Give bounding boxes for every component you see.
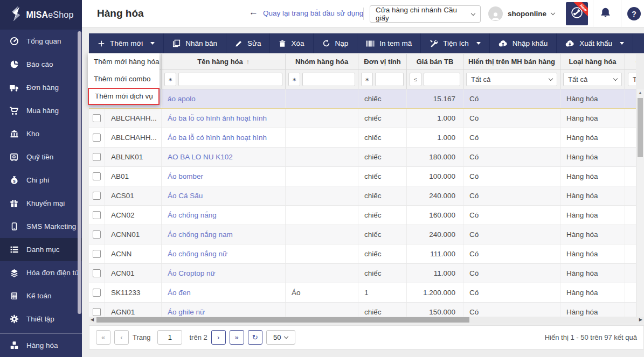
row-checkbox[interactable] bbox=[93, 289, 101, 297]
filter-operator-button[interactable]: ∗ bbox=[164, 73, 176, 86]
menu-item-them-moi-combo[interactable]: Thêm mới combo bbox=[88, 71, 160, 88]
filter-input[interactable] bbox=[178, 73, 282, 86]
toolbar-button-tien-ich[interactable]: Tiện ích bbox=[421, 33, 490, 53]
table-row[interactable]: ACS01Áo Cá Sấuchiếc240.000CóHàng hóa bbox=[89, 186, 636, 206]
product-name-link[interactable]: Áo Cá Sấu bbox=[162, 186, 286, 205]
page-size-select[interactable]: 50 bbox=[266, 330, 295, 345]
column-header-hien-thi-tren-mh-ban-hang[interactable]: Hiển thị trên MH bán hàng bbox=[463, 54, 560, 69]
sidebar-item-tong-quan[interactable]: Tổng quan bbox=[0, 30, 82, 53]
sidebar-item-danh-muc[interactable]: Danh mục bbox=[0, 238, 82, 261]
product-name-link[interactable]: Áo Croptop nữ bbox=[162, 264, 286, 283]
user-menu[interactable]: shoponline bbox=[488, 6, 555, 21]
sidebar-item-hang-hoa[interactable]: Hàng hóa bbox=[0, 334, 82, 357]
product-name-link[interactable]: AO BA LO NU K102 bbox=[162, 148, 286, 166]
sidebar-scrollbar[interactable] bbox=[78, 31, 81, 314]
menu-item-them-moi-dich-vu[interactable]: Thêm mới dịch vụ bbox=[88, 88, 160, 105]
column-header-don-vi-tinh[interactable]: Đơn vị tính bbox=[358, 54, 407, 69]
sidebar-item-kho[interactable]: Kho bbox=[0, 122, 82, 145]
scroll-up-icon[interactable]: ▲ bbox=[636, 90, 644, 95]
toolbar-button-xuat-khau[interactable]: Xuất khẩu bbox=[557, 33, 633, 53]
filter-operator-button[interactable]: ∗ bbox=[288, 73, 300, 86]
sidebar-item-thiet-lap[interactable]: Thiết lập bbox=[0, 307, 82, 331]
toolbar-button-in-tem-ma[interactable]: In tem mã bbox=[357, 33, 421, 53]
product-name-link[interactable]: Áo ba lỗ có hình ảnh hoạt hình bbox=[162, 128, 286, 147]
row-checkbox[interactable] bbox=[93, 134, 101, 142]
row-checkbox[interactable] bbox=[93, 250, 101, 258]
toolbar-button-nhap-khau[interactable]: Nhập khẩu bbox=[490, 33, 557, 53]
filter-operator-button[interactable]: ∗ bbox=[361, 73, 373, 86]
prev-page-button[interactable]: ‹ bbox=[114, 330, 129, 345]
sidebar-item-bao-cao[interactable]: Báo cáo bbox=[0, 53, 82, 76]
row-checkbox[interactable] bbox=[93, 172, 101, 180]
store-selector[interactable]: Cửa hàng chi nhánh Cầu giấy bbox=[370, 5, 481, 23]
product-name-link[interactable]: Áo ba lỗ có hình ảnh hoạt hình bbox=[162, 109, 286, 128]
sort-asc-icon[interactable]: ↑ bbox=[246, 58, 250, 66]
table-row[interactable]: AB01Áo bomberchiếc100.000CóHàng hóa bbox=[89, 167, 636, 186]
table-row[interactable]: ABLCHAHH...Áo ba lỗ có hình ảnh hoạt hìn… bbox=[89, 128, 636, 148]
menu-item-them-moi-hang-hoa[interactable]: Thêm mới hàng hóa bbox=[88, 53, 160, 71]
table-row[interactable]: ACNN01Áo chống nắng namchiếc240.000CóHàn… bbox=[89, 225, 636, 244]
sidebar-item-mua-hang[interactable]: Mua hàng bbox=[0, 99, 82, 122]
column-header-nhom-hang-hoa[interactable]: Nhóm hàng hóa bbox=[286, 54, 358, 69]
column-header-loai-hang-hoa[interactable]: Loại hàng hóa bbox=[560, 54, 625, 69]
product-name-link[interactable]: áo apolo bbox=[162, 89, 286, 108]
filter-input[interactable] bbox=[375, 73, 404, 86]
back-to-start-link[interactable]: Quay lại trang bắt đầu sử dụng bbox=[263, 9, 363, 17]
scroll-right-icon[interactable]: ▶ bbox=[639, 317, 642, 322]
hotline-button[interactable]: New bbox=[566, 2, 588, 25]
row-checkbox[interactable] bbox=[93, 211, 101, 219]
sidebar-item-khuyen-mai[interactable]: Khuyến mại bbox=[0, 192, 82, 215]
product-name-link[interactable]: Áo đen bbox=[162, 283, 286, 302]
toolbar-button-nap[interactable]: Nạp bbox=[314, 33, 358, 53]
table-row[interactable]: ACN01Áo Croptop nữchiếc11.000CóHàng hóa bbox=[89, 264, 636, 283]
vertical-scrollbar-thumb[interactable] bbox=[638, 98, 643, 157]
filter-select[interactable]: Tất cả bbox=[628, 73, 636, 86]
column-header-c[interactable]: C bbox=[625, 54, 636, 69]
filter-select[interactable]: Tất cả bbox=[466, 73, 557, 86]
reload-button[interactable]: ↻ bbox=[248, 330, 262, 345]
column-header-gia-ban-tb[interactable]: Giá bán TB bbox=[407, 54, 463, 69]
filter-operator-button[interactable]: ≤ bbox=[410, 73, 421, 86]
next-page-button[interactable]: › bbox=[211, 330, 226, 345]
filter-select[interactable]: Tất cả bbox=[563, 73, 622, 86]
sidebar-item-quy-tien[interactable]: Quỹ tiền bbox=[0, 145, 82, 169]
table-row[interactable]: ABLNK01AO BA LO NU K102chiếc180.000CóHàn… bbox=[89, 148, 636, 167]
table-row[interactable]: áo apolochiếc15.167CóHàng hóa bbox=[89, 89, 636, 109]
sidebar-item-chi-phi[interactable]: $Chi phí bbox=[0, 169, 82, 192]
scroll-left-icon[interactable]: ◀ bbox=[91, 317, 94, 322]
notification-bell-icon[interactable] bbox=[599, 7, 612, 22]
filter-input[interactable] bbox=[424, 73, 460, 86]
vertical-scrollbar[interactable]: ▲ ▼ bbox=[636, 89, 644, 323]
table-row[interactable]: ABLCHAHH...Áo ba lỗ có hình ảnh hoạt hìn… bbox=[89, 109, 636, 128]
table-row[interactable]: ACN02Áo chống nắngchiếc160.000CóHàng hóa bbox=[89, 206, 636, 225]
table-row[interactable]: SK11233Áo đenÁo11.200.000CóHàng hóa bbox=[89, 283, 636, 303]
sidebar-item-sms-marketing[interactable]: SMS Marketing bbox=[0, 215, 82, 238]
filter-input[interactable] bbox=[302, 73, 355, 86]
column-header-ten-hang-hoa[interactable]: Tên hàng hóa↑ bbox=[162, 54, 286, 69]
page-number-input[interactable] bbox=[157, 330, 182, 345]
toolbar-button-them-moi[interactable]: Thêm mới bbox=[89, 33, 164, 53]
toolbar-button-xoa[interactable]: Xóa bbox=[270, 33, 313, 53]
table-row[interactable]: ACNNÁo chống nắng nữchiếc111.000CóHàng h… bbox=[89, 244, 636, 264]
product-name-link[interactable]: Áo chống nắng nam bbox=[162, 225, 286, 244]
horizontal-scrollbar[interactable]: ◀ ▶ bbox=[89, 317, 644, 323]
row-checkbox[interactable] bbox=[93, 153, 101, 161]
product-name-link[interactable]: Áo chống nắng nữ bbox=[162, 244, 286, 263]
row-checkbox[interactable] bbox=[93, 230, 101, 239]
toolbar-button-nhan-ban[interactable]: Nhân bản bbox=[164, 33, 226, 53]
product-name-link[interactable]: Áo bomber bbox=[162, 167, 286, 186]
horizontal-scrollbar-thumb[interactable] bbox=[96, 317, 469, 323]
sidebar-item-hoa-don-dien-tu[interactable]: Hóa đơn điện tử bbox=[0, 261, 82, 284]
row-checkbox[interactable] bbox=[93, 308, 101, 316]
first-page-button[interactable]: « bbox=[96, 330, 110, 345]
product-name-link[interactable]: Áo chống nắng bbox=[162, 206, 286, 225]
help-button[interactable]: ? bbox=[627, 7, 641, 20]
toolbar-button-sua[interactable]: Sửa bbox=[226, 33, 271, 53]
row-checkbox[interactable] bbox=[93, 269, 101, 277]
sidebar-item-ke-toan[interactable]: Kế toán bbox=[0, 284, 82, 307]
sidebar-item-don-hang[interactable]: Đơn hàng bbox=[0, 76, 82, 99]
back-arrow-icon[interactable]: ← bbox=[249, 7, 258, 18]
last-page-button[interactable]: » bbox=[230, 330, 244, 345]
row-checkbox[interactable] bbox=[93, 192, 101, 200]
row-checkbox[interactable] bbox=[93, 114, 101, 122]
